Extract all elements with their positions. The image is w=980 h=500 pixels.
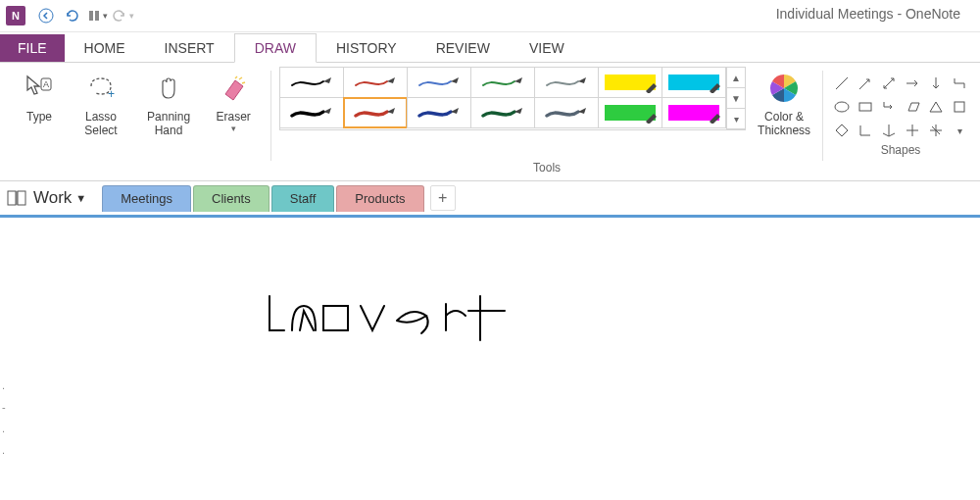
tab-draw[interactable]: DRAW (234, 33, 317, 63)
color-thickness-button[interactable]: Color & Thickness (754, 67, 814, 159)
svg-rect-12 (859, 103, 871, 111)
ribbon: A Type + Lasso Select Panning Hand (0, 63, 980, 181)
shape-elbow-connector[interactable] (949, 73, 970, 94)
svg-line-8 (884, 78, 894, 88)
page-canvas[interactable]: .-.. (0, 218, 980, 500)
gallery-more-button[interactable]: ▾ (727, 109, 745, 129)
type-cursor-icon: A (22, 71, 57, 106)
color-wheel-icon (766, 71, 802, 106)
svg-rect-14 (8, 191, 16, 205)
window-title: Individual Meetings - OneNote (776, 6, 960, 22)
svg-rect-2 (95, 11, 99, 21)
pen-swatch[interactable] (343, 67, 408, 98)
tab-home[interactable]: HOME (65, 34, 145, 62)
gallery-scroll-down[interactable]: ▼ (727, 88, 745, 109)
customize-qat-icon (87, 9, 101, 23)
pen-swatch[interactable] (534, 97, 599, 128)
eraser-icon (216, 71, 251, 106)
pen-swatch[interactable] (279, 67, 344, 98)
tab-history[interactable]: HISTORY (317, 34, 416, 62)
tab-insert[interactable]: INSERT (145, 34, 234, 62)
group-label-blank1 (10, 159, 263, 178)
shape-double-arrow[interactable] (878, 73, 900, 94)
quick-access-toolbar: N ▾ ▾ Individual Meetings - OneNote (0, 0, 980, 32)
shape-diamond[interactable] (831, 120, 853, 141)
svg-rect-15 (18, 191, 25, 205)
panning-hand-button[interactable]: Panning Hand (133, 67, 204, 159)
redo-icon (112, 8, 127, 24)
type-button[interactable]: A Type (10, 67, 69, 159)
shape-line[interactable] (831, 73, 853, 94)
section-tab[interactable]: Clients (193, 185, 270, 212)
highlighter-swatch[interactable] (598, 67, 662, 98)
notebook-dropdown-caret[interactable]: ▼ (75, 192, 86, 204)
svg-rect-1 (89, 11, 93, 21)
undo-button[interactable] (59, 3, 84, 28)
add-section-button[interactable]: + (430, 185, 456, 211)
pen-swatch[interactable] (534, 67, 599, 98)
back-button[interactable] (33, 3, 59, 28)
shape-rectangle[interactable] (855, 96, 876, 118)
section-tab[interactable]: Meetings (102, 185, 191, 212)
section-tab[interactable]: Products (336, 185, 423, 212)
section-tab[interactable]: Staff (271, 185, 335, 212)
shape-axes-xyz[interactable] (925, 120, 947, 141)
section-tab-label: Clients (212, 191, 251, 206)
pen-swatch[interactable] (407, 97, 471, 128)
shape-arrow[interactable] (855, 73, 876, 94)
pen-gallery[interactable] (279, 67, 727, 130)
shape-triangle[interactable] (925, 96, 947, 118)
highlighter-swatch[interactable] (598, 97, 662, 128)
gallery-scroll-up[interactable]: ▲ (727, 68, 745, 88)
notebook-icon[interactable] (6, 187, 27, 209)
pen-swatch[interactable] (279, 97, 344, 128)
section-tab-label: Meetings (121, 191, 172, 206)
shape-axes-xy[interactable] (902, 120, 923, 141)
svg-point-0 (39, 9, 53, 23)
highlighter-swatch[interactable] (662, 67, 726, 98)
color-thickness-label: Color & Thickness (758, 110, 810, 137)
notebook-bar: Work ▼ MeetingsClientsStaffProducts + (0, 181, 980, 218)
shape-square[interactable] (949, 96, 970, 118)
shape-axes-3d[interactable] (878, 120, 900, 141)
group-label-shapes: Shapes (831, 141, 970, 161)
eraser-button[interactable]: Eraser ▾ (204, 67, 263, 159)
svg-rect-13 (955, 102, 964, 112)
back-arrow-icon (38, 8, 54, 24)
svg-line-7 (859, 79, 869, 89)
notebook-name[interactable]: Work (33, 188, 72, 208)
eraser-label: Eraser (216, 110, 250, 124)
shape-elbow-arrow[interactable] (878, 96, 900, 118)
lasso-select-button[interactable]: + Lasso Select (69, 67, 133, 159)
shape-ellipse[interactable] (831, 96, 853, 118)
qat-customize-button[interactable]: ▾ (84, 3, 110, 28)
section-tab-label: Products (355, 191, 405, 206)
redo-button[interactable]: ▾ (110, 3, 135, 28)
svg-text:+: + (108, 87, 115, 101)
pen-swatch[interactable] (470, 97, 535, 128)
pen-gallery-scroll: ▲ ▼ ▾ (726, 67, 746, 130)
ribbon-tabs: FILE HOME INSERT DRAW HISTORY REVIEW VIE… (0, 32, 980, 63)
section-tab-label: Staff (290, 191, 317, 206)
type-label: Type (26, 110, 52, 124)
shape-arrow-down[interactable] (925, 73, 947, 94)
pen-swatch[interactable] (343, 97, 408, 128)
svg-text:A: A (43, 79, 49, 89)
shape-arrow-right[interactable] (902, 73, 923, 94)
shape-parallelogram[interactable] (902, 96, 923, 118)
handwritten-text-convert[interactable] (255, 276, 647, 394)
group-shapes: ▾ Shapes (827, 67, 974, 180)
tab-review[interactable]: REVIEW (416, 34, 510, 62)
highlighter-swatch[interactable] (662, 97, 726, 128)
group-tools: ▲ ▼ ▾ Color & Thickness (275, 67, 818, 180)
shapes-gallery[interactable]: ▾ (831, 73, 970, 141)
undo-icon (64, 8, 79, 24)
pen-swatch[interactable] (470, 67, 535, 98)
pen-swatch[interactable] (407, 67, 471, 98)
tab-file[interactable]: FILE (0, 34, 65, 62)
shapes-more-button[interactable]: ▾ (949, 120, 970, 141)
shape-axes-2d[interactable] (855, 120, 876, 141)
hand-icon (151, 71, 186, 106)
svg-line-6 (836, 77, 848, 89)
tab-view[interactable]: VIEW (510, 34, 584, 62)
